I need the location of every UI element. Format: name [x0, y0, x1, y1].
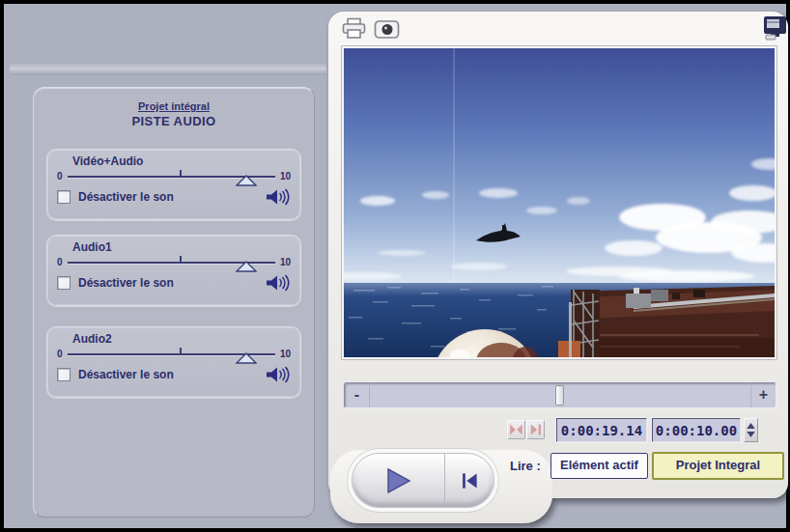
video-preview[interactable] — [342, 46, 776, 359]
slider-max-label: 10 — [280, 347, 291, 359]
slider-center-tick — [180, 170, 182, 177]
slider-center-tick — [180, 348, 182, 354]
slider-min-label: 0 — [57, 255, 63, 267]
screenshot-root: Projet intégral PISTE AUDIO Vidéo+Audio … — [0, 0, 790, 532]
slider-thumb[interactable] — [236, 175, 257, 186]
speaker-icon[interactable] — [266, 188, 291, 206]
slider-max-label: 10 — [280, 255, 291, 267]
play-full-project-button[interactable]: Projet Integral — [652, 452, 784, 480]
scrubber-thumb[interactable] — [555, 385, 564, 406]
volume-slider[interactable] — [68, 169, 275, 183]
scrub-minus-button[interactable]: - — [345, 383, 370, 407]
volume-slider[interactable] — [68, 347, 275, 361]
track-label: Audio2 — [72, 332, 291, 346]
track-group-audio1: Audio1 0 10 Désactiver le son — [46, 235, 301, 306]
mark-to-end-icon — [528, 423, 543, 436]
speaker-icon[interactable] — [266, 366, 291, 383]
track-label: Vidéo+Audio — [72, 154, 291, 168]
monitor-icon[interactable] — [763, 14, 787, 41]
mute-checkbox[interactable] — [57, 276, 71, 290]
panel-title: PISTE AUDIO — [34, 114, 314, 128]
scrubber-bar[interactable]: - + — [344, 382, 776, 408]
mute-checkbox[interactable] — [57, 368, 71, 381]
mute-label: Désactiver le son — [78, 190, 174, 204]
panel-top-ridge — [10, 64, 326, 75]
app-background: Projet intégral PISTE AUDIO Vidéo+Audio … — [4, 4, 786, 528]
timecode-spinner[interactable] — [744, 418, 758, 442]
slider-center-tick — [180, 256, 182, 263]
transport-controls — [352, 453, 494, 508]
mute-label: Désactiver le son — [78, 276, 174, 290]
track-group-audio2: Audio2 0 10 Désactiver le son — [46, 326, 301, 398]
mark-in-out-button[interactable] — [507, 420, 525, 439]
mark-to-end-button[interactable] — [526, 420, 545, 439]
slider-min-label: 0 — [57, 347, 63, 359]
mute-checkbox[interactable] — [57, 190, 71, 204]
snapshot-camera-icon[interactable] — [374, 19, 400, 40]
printer-icon[interactable] — [342, 17, 366, 40]
timecode-position-field[interactable]: 0:00:19.14 — [556, 418, 647, 442]
timecode-duration-field[interactable]: 0:00:10.00 — [652, 418, 741, 442]
mute-label: Désactiver le son — [78, 368, 174, 381]
volume-slider[interactable] — [68, 255, 275, 269]
speaker-icon[interactable] — [266, 274, 291, 292]
skip-to-start-icon — [461, 471, 478, 490]
go-to-start-button[interactable] — [445, 454, 494, 507]
scrub-plus-button[interactable]: + — [750, 383, 776, 407]
play-icon — [384, 467, 413, 494]
play-button[interactable] — [353, 454, 445, 507]
audio-mixer-panel: Projet intégral PISTE AUDIO Vidéo+Audio … — [33, 87, 315, 518]
slider-max-label: 10 — [280, 169, 291, 182]
track-group-video-audio: Vidéo+Audio 0 10 Désactiver le son — [46, 149, 301, 220]
play-current-element-button[interactable]: Elément actif — [550, 453, 648, 479]
carrier-deck — [558, 286, 775, 357]
project-scope-link[interactable]: Projet intégral — [34, 100, 314, 112]
slider-thumb[interactable] — [236, 261, 257, 272]
slider-thumb[interactable] — [236, 352, 257, 364]
track-label: Audio1 — [72, 240, 291, 254]
video-scene — [344, 48, 775, 357]
spinner-up-icon — [747, 423, 755, 429]
play-mode-label: Lire : — [510, 459, 541, 473]
mark-in-out-icon — [509, 423, 523, 436]
slider-min-label: 0 — [57, 169, 63, 182]
spinner-down-icon — [747, 432, 755, 437]
